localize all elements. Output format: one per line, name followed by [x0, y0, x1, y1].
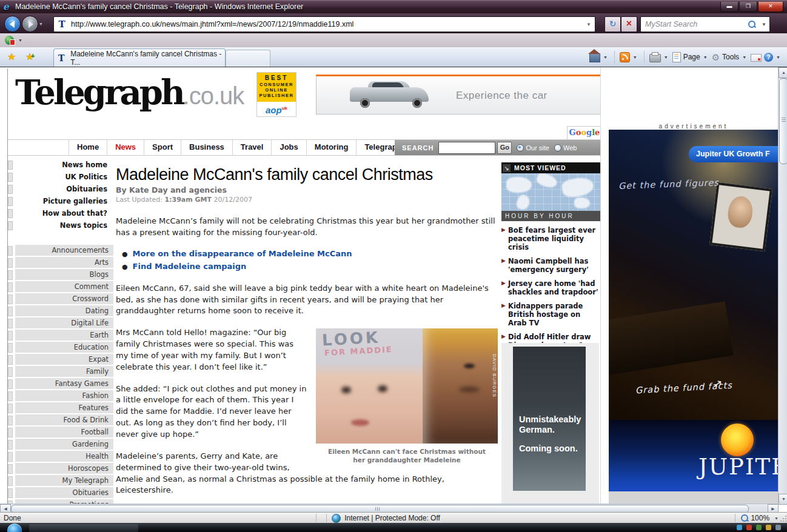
- home-icon[interactable]: [589, 53, 600, 62]
- our-site-radio[interactable]: [517, 144, 524, 151]
- sidebar-item[interactable]: Announcements: [8, 245, 113, 256]
- scroll-down-arrow[interactable]: ▼: [779, 494, 787, 505]
- sidebar-item[interactable]: Health: [8, 451, 113, 462]
- minimize-button[interactable]: ▬: [720, 2, 738, 12]
- sidebar-item[interactable]: Obituaries: [8, 183, 113, 195]
- addon-icon[interactable]: [5, 36, 14, 45]
- stop-button[interactable]: ×: [621, 16, 637, 32]
- browser-search-input[interactable]: [641, 19, 748, 29]
- most-viewed-item[interactable]: ▶Naomi Campbell has 'emergency surgery': [501, 257, 600, 274]
- article-headline: Madeleine McCann's family cancel Christm…: [116, 165, 498, 184]
- resize-grip[interactable]: [779, 516, 786, 523]
- vertical-scroll-thumb[interactable]: [779, 78, 787, 164]
- home-dropdown[interactable]: ▼: [603, 55, 608, 59]
- zoom-dropdown[interactable]: ▼: [774, 516, 779, 520]
- sidebar-item[interactable]: News topics: [8, 219, 113, 231]
- restore-button[interactable]: ❐: [739, 2, 757, 12]
- sidebar-item[interactable]: Picture galleries: [8, 195, 113, 207]
- sidebar-item[interactable]: Blogs: [8, 269, 113, 280]
- most-viewed-item[interactable]: ▶BoE fears largest ever peacetime liquid…: [501, 226, 600, 251]
- sidebar-item[interactable]: Dating: [8, 305, 113, 316]
- taskbar-button[interactable]: [29, 524, 138, 532]
- sidebar-item[interactable]: News home: [8, 159, 113, 171]
- telegraph-logo[interactable]: Telegraph.co.uk: [15, 72, 244, 112]
- close-button[interactable]: ✕: [758, 2, 783, 12]
- google-logo[interactable]: Google: [567, 126, 601, 139]
- search-icon[interactable]: [748, 20, 756, 28]
- history-dropdown[interactable]: ▼: [39, 22, 43, 26]
- addon-dropdown[interactable]: ▼: [18, 38, 22, 42]
- sidebar-item[interactable]: Food & Drink: [8, 414, 113, 425]
- german-ad[interactable]: Unmistakeably German. Coming soon.: [513, 347, 586, 491]
- sidebar-item[interactable]: My Telegraph: [8, 475, 113, 486]
- most-viewed-item[interactable]: ▶Kidnappers parade British hostage on Ar…: [501, 302, 600, 327]
- sidebar-item[interactable]: Features: [8, 402, 113, 413]
- sidebar-item[interactable]: Earth: [8, 330, 113, 341]
- vertical-scrollbar[interactable]: ▲ ▼: [778, 67, 787, 504]
- tools-menu[interactable]: Tools: [722, 53, 739, 61]
- sidebar-item[interactable]: Obituaries: [8, 487, 113, 498]
- nav-item-motoring[interactable]: Motoring: [307, 140, 357, 155]
- site-search-input[interactable]: [438, 142, 495, 154]
- new-tab-button[interactable]: [226, 50, 270, 67]
- address-dropdown[interactable]: ▼: [583, 22, 595, 27]
- sidebar-item[interactable]: Digital Life: [8, 318, 113, 328]
- tray-icon[interactable]: [756, 525, 762, 530]
- sidebar-item[interactable]: Football: [8, 427, 113, 437]
- web-radio[interactable]: [554, 144, 561, 151]
- start-orb[interactable]: [7, 524, 22, 532]
- tray-icon[interactable]: [775, 525, 781, 530]
- jupiter-ad[interactable]: Jupiter UK Growth F Get the fund figures…: [609, 130, 779, 491]
- sidebar-item[interactable]: Fantasy Games: [8, 378, 113, 389]
- tray-icon[interactable]: [737, 525, 742, 530]
- print-icon[interactable]: [649, 54, 661, 62]
- rss-icon[interactable]: [620, 52, 630, 62]
- nav-item-travel[interactable]: Travel: [233, 140, 272, 155]
- tray-icon[interactable]: [746, 525, 752, 530]
- related-link[interactable]: More on the disappearance of Madeleine M…: [133, 249, 352, 258]
- sidebar-item[interactable]: How about that?: [8, 207, 113, 219]
- gear-icon[interactable]: ⚙: [712, 53, 720, 62]
- sidebar-item[interactable]: Crossword: [8, 293, 113, 304]
- nav-item-jobs[interactable]: Jobs: [272, 140, 306, 155]
- sidebar-item[interactable]: Fashion: [8, 390, 113, 401]
- nav-item-news[interactable]: News: [107, 140, 144, 155]
- page-icon[interactable]: [672, 52, 681, 62]
- page-menu[interactable]: Page: [683, 53, 700, 61]
- nav-item-sport[interactable]: Sport: [144, 140, 181, 155]
- search-dropdown[interactable]: ▼: [759, 22, 769, 27]
- forward-button[interactable]: [22, 16, 38, 32]
- favorites-icon[interactable]: ★: [7, 51, 16, 62]
- sidebar-item[interactable]: Arts: [8, 257, 113, 268]
- tab-active[interactable]: T Madeleine McCann's family cancel Chris…: [53, 48, 226, 67]
- mail-icon[interactable]: [751, 54, 762, 62]
- sidebar-item[interactable]: Family: [8, 366, 113, 377]
- nav-item-business[interactable]: Business: [181, 140, 233, 155]
- related-link[interactable]: Find Madeleine campaign: [133, 262, 247, 271]
- sidebar-item[interactable]: Expat: [8, 354, 113, 365]
- world-map-image[interactable]: [501, 173, 600, 211]
- help-dropdown[interactable]: ▼: [776, 55, 780, 59]
- hour-by-hour-bar[interactable]: HOUR BY HOUR: [501, 211, 600, 221]
- page-dropdown[interactable]: ▼: [703, 55, 708, 59]
- zoom-control[interactable]: 100% ▼: [740, 514, 779, 522]
- sidebar-item[interactable]: Horoscopes: [8, 463, 113, 474]
- most-viewed-item[interactable]: ▶Jersey care home 'had shackles and trap…: [501, 279, 600, 296]
- nav-item-home[interactable]: Home: [69, 140, 107, 155]
- help-icon[interactable]: ?: [764, 53, 773, 62]
- add-favorite-icon[interactable]: ★: [25, 51, 34, 62]
- back-button[interactable]: [4, 16, 21, 32]
- url-input[interactable]: [70, 19, 583, 29]
- refresh-button[interactable]: ↻: [604, 16, 621, 32]
- sidebar-item[interactable]: Comment: [8, 281, 113, 292]
- car-banner-ad[interactable]: Experience the car: [316, 75, 601, 115]
- tools-dropdown[interactable]: ▼: [742, 55, 746, 59]
- sidebar-item[interactable]: Education: [8, 342, 113, 353]
- go-button[interactable]: Go: [497, 142, 512, 154]
- scroll-up-arrow[interactable]: ▲: [779, 67, 787, 78]
- sidebar-item[interactable]: UK Politics: [8, 171, 113, 183]
- sidebar-item[interactable]: Gardening: [8, 439, 113, 450]
- tray-icon[interactable]: [766, 525, 771, 530]
- print-dropdown[interactable]: ▼: [664, 55, 668, 59]
- rss-dropdown[interactable]: ▼: [633, 55, 637, 59]
